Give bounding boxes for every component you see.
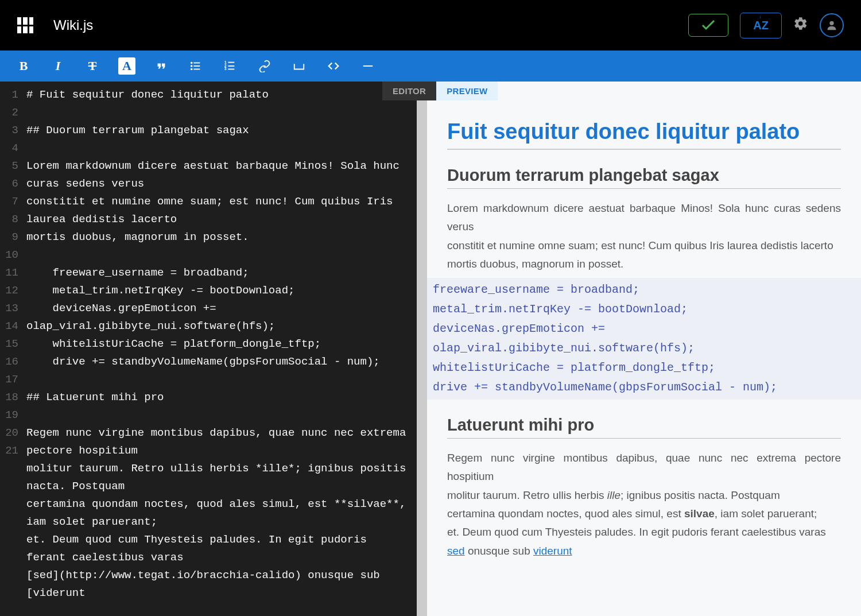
link-button[interactable] xyxy=(256,57,273,75)
bold-button[interactable]: B xyxy=(15,57,32,75)
view-tabs: EDITOR PREVIEW xyxy=(382,82,861,100)
line-gutter: 123456789101112131415161718192021 xyxy=(0,82,22,616)
code-icon xyxy=(327,60,340,72)
check-icon xyxy=(701,20,715,30)
line-number: 1 xyxy=(0,86,18,104)
spacer-button[interactable] xyxy=(290,57,308,75)
svg-rect-2 xyxy=(193,63,200,64)
apps-grid-icon[interactable] xyxy=(17,17,33,33)
line-number: 2 xyxy=(0,104,18,122)
format-toolbar: B I T A 123 xyxy=(0,51,861,82)
app-title: Wiki.js xyxy=(53,17,93,33)
svg-rect-6 xyxy=(193,69,200,70)
top-header: Wiki.js A↓Z xyxy=(0,0,861,51)
strikethrough-button[interactable]: T xyxy=(84,57,101,75)
line-number: 7 xyxy=(0,193,18,211)
code-content[interactable]: # Fuit sequitur donec liquitur palato ##… xyxy=(22,82,417,616)
gear-icon[interactable] xyxy=(793,16,808,35)
svg-rect-12 xyxy=(228,69,234,70)
unordered-list-button[interactable] xyxy=(187,57,204,75)
line-number: 11 xyxy=(0,264,18,282)
line-number: 16 xyxy=(0,353,18,371)
svg-rect-8 xyxy=(228,62,234,63)
svg-rect-13 xyxy=(363,65,373,67)
line-number: 12 xyxy=(0,282,18,300)
keyboard-icon xyxy=(293,60,305,72)
preview-h2-2: Latuerunt mihi pro xyxy=(447,416,841,439)
pane-divider[interactable] xyxy=(417,82,427,616)
preview-paragraph: Regem nunc virgine montibus dapibus, qua… xyxy=(447,449,841,560)
main-split: 123456789101112131415161718192021 # Fuit… xyxy=(0,82,861,616)
ordered-list-button[interactable]: 123 xyxy=(222,57,239,75)
highlight-button[interactable]: A xyxy=(118,57,135,75)
line-number: 19 xyxy=(0,406,18,424)
preview-code-block: freeware_username = broadband; metal_tri… xyxy=(427,278,861,400)
tab-preview[interactable]: PREVIEW xyxy=(436,82,498,100)
preview-link-viderunt[interactable]: viderunt xyxy=(533,545,572,557)
svg-point-3 xyxy=(191,65,193,67)
line-number: 5 xyxy=(0,157,18,175)
preview-h2-1: Duorum terrarum plangebat sagax xyxy=(447,166,841,189)
ol-icon: 123 xyxy=(224,60,236,72)
preview-paragraph: Lorem markdownum dicere aestuat barbaque… xyxy=(447,199,841,273)
line-number: 10 xyxy=(0,246,18,264)
tab-editor[interactable]: EDITOR xyxy=(382,82,436,100)
code-area[interactable]: 123456789101112131415161718192021 # Fuit… xyxy=(0,82,417,616)
preview-content: Fuit sequitur donec liquitur palato Duor… xyxy=(427,109,861,583)
preview-pane: Fuit sequitur donec liquitur palato Duor… xyxy=(427,82,861,616)
az-label: A↓Z xyxy=(753,19,769,32)
horizontal-rule-button[interactable] xyxy=(359,57,377,75)
line-number: 13 xyxy=(0,300,18,317)
line-number: 15 xyxy=(0,335,18,353)
code-button[interactable] xyxy=(325,57,342,75)
svg-text:3: 3 xyxy=(224,67,227,71)
ul-icon xyxy=(189,60,202,72)
save-button[interactable] xyxy=(688,14,728,37)
az-sort-button[interactable]: A↓Z xyxy=(740,13,782,38)
line-number: 6 xyxy=(0,175,18,193)
link-icon xyxy=(258,60,271,72)
line-number: 3 xyxy=(0,122,18,140)
editor-pane: 123456789101112131415161718192021 # Fuit… xyxy=(0,82,417,616)
svg-rect-10 xyxy=(228,65,234,67)
header-left: Wiki.js xyxy=(17,17,93,33)
line-number: 14 xyxy=(0,317,18,335)
minus-icon xyxy=(362,60,374,72)
line-number: 18 xyxy=(0,389,18,406)
line-number: 8 xyxy=(0,211,18,228)
svg-point-5 xyxy=(191,68,193,71)
svg-rect-4 xyxy=(193,65,200,67)
quote-icon xyxy=(155,60,168,72)
line-number: 20 xyxy=(0,424,18,442)
user-avatar[interactable] xyxy=(820,13,844,37)
italic-button[interactable]: I xyxy=(49,57,67,75)
line-number: 4 xyxy=(0,140,18,157)
svg-point-1 xyxy=(191,62,193,64)
preview-h1: Fuit sequitur donec liquitur palato xyxy=(447,119,841,150)
line-number: 17 xyxy=(0,371,18,389)
svg-point-0 xyxy=(829,21,833,25)
preview-link-sed[interactable]: sed xyxy=(447,545,465,557)
header-right: A↓Z xyxy=(688,13,844,38)
quote-button[interactable] xyxy=(153,57,170,75)
line-number: 21 xyxy=(0,442,18,460)
line-number: 9 xyxy=(0,228,18,246)
user-icon xyxy=(825,19,838,32)
